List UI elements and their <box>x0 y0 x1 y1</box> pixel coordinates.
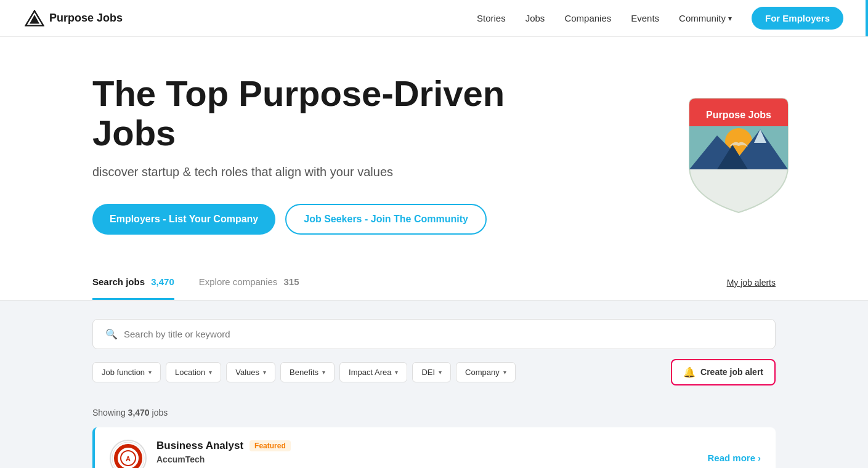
nav-right-border <box>866 0 868 36</box>
nav-community[interactable]: Community ▾ <box>679 13 732 23</box>
search-box: 🔍 <box>92 319 776 349</box>
job-info: Business Analyst Featured AccumTech Ann … <box>156 440 291 468</box>
svg-text:Purpose Jobs: Purpose Jobs <box>706 110 771 120</box>
my-job-alerts[interactable]: My job alerts <box>727 278 776 288</box>
chevron-down-icon: ▾ <box>503 369 506 376</box>
filter-location[interactable]: Location ▾ <box>166 362 221 382</box>
hero-section: The Top Purpose-Driven Jobs discover sta… <box>0 37 868 265</box>
hero-buttons: Employers - List Your Company Job Seeker… <box>92 204 511 235</box>
filter-values[interactable]: Values ▾ <box>226 362 275 382</box>
filter-company[interactable]: Company ▾ <box>456 362 516 382</box>
nav-companies[interactable]: Companies <box>564 13 611 23</box>
create-job-alert-button[interactable]: 🔔 Create job alert <box>671 359 776 385</box>
chevron-down-icon: ▾ <box>263 369 266 376</box>
read-more-link[interactable]: Read more › <box>707 453 761 463</box>
filter-impact-area[interactable]: Impact Area ▾ <box>339 362 407 382</box>
job-title: Business Analyst Featured <box>156 440 291 452</box>
accumtech-logo-icon: A <box>111 441 145 468</box>
logo-text: Purpose Jobs <box>49 12 123 25</box>
nav-links: Stories Jobs Companies Events Community … <box>477 7 843 30</box>
tab-search-jobs[interactable]: Search jobs 3,470 <box>92 265 174 300</box>
featured-badge: Featured <box>249 440 291 451</box>
hero-content: The Top Purpose-Driven Jobs discover sta… <box>92 74 511 235</box>
tab-explore-companies[interactable]: Explore companies 315 <box>199 265 299 300</box>
filters-bar: Job function ▾ Location ▾ Values ▾ Benef… <box>92 359 776 385</box>
chevron-down-icon: ▾ <box>322 369 325 376</box>
search-icon: 🔍 <box>105 328 118 340</box>
purpose-jobs-badge-icon: Purpose Jobs <box>683 92 794 216</box>
chevron-down-icon: ▾ <box>728 14 732 23</box>
tabs-section: Search jobs 3,470 Explore companies 315 … <box>0 265 868 301</box>
filter-benefits[interactable]: Benefits ▾ <box>280 362 335 382</box>
search-input[interactable] <box>124 329 763 339</box>
job-card-left: A Business Analyst Featured AccumTech An… <box>110 440 291 468</box>
hero-badge: Purpose Jobs <box>683 92 794 216</box>
filters-left: Job function ▾ Location ▾ Values ▾ Benef… <box>92 362 516 382</box>
filter-dei[interactable]: DEI ▾ <box>412 362 451 382</box>
chevron-down-icon: ▾ <box>439 369 442 376</box>
filter-job-function[interactable]: Job function ▾ <box>92 362 161 382</box>
chevron-down-icon: ▾ <box>148 369 152 376</box>
employers-list-button[interactable]: Employers - List Your Company <box>92 204 275 235</box>
logo-area[interactable]: Purpose Jobs <box>25 10 123 27</box>
job-seekers-join-button[interactable]: Job Seekers - Join The Community <box>285 204 487 235</box>
job-card: A Business Analyst Featured AccumTech An… <box>92 427 776 468</box>
hero-subtitle: discover startup & tech roles that align… <box>92 165 511 179</box>
chevron-right-icon: › <box>758 453 761 463</box>
search-area: 🔍 Job function ▾ Location ▾ Values ▾ Ben… <box>0 301 868 398</box>
tabs-left: Search jobs 3,470 Explore companies 315 <box>92 265 324 300</box>
chevron-down-icon: ▾ <box>395 369 398 376</box>
company-logo: A <box>110 440 147 468</box>
bell-icon: 🔔 <box>683 366 696 378</box>
svg-text:A: A <box>126 455 131 462</box>
nav-events[interactable]: Events <box>631 13 659 23</box>
chevron-down-icon: ▾ <box>209 369 212 376</box>
navbar: Purpose Jobs Stories Jobs Companies Even… <box>0 0 868 37</box>
company-name: AccumTech <box>156 454 291 464</box>
hero-title: The Top Purpose-Driven Jobs <box>92 74 511 153</box>
showing-count: 3,470 <box>128 408 150 418</box>
nav-stories[interactable]: Stories <box>477 13 506 23</box>
showing-text: Showing 3,470 jobs <box>92 408 776 418</box>
nav-jobs[interactable]: Jobs <box>525 13 545 23</box>
results-area: Showing 3,470 jobs A Business Analyst <box>0 398 868 468</box>
logo-icon <box>25 10 44 27</box>
for-employers-button[interactable]: For Employers <box>752 7 843 30</box>
